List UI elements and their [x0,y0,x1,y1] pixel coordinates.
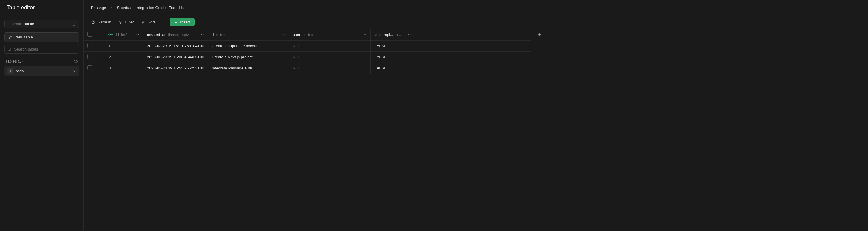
cell-id[interactable]: 1 [105,40,143,52]
column-type: text [308,32,314,37]
column-type: b... [396,32,401,37]
svg-point-1 [109,34,110,35]
refresh-button[interactable]: Refresh [91,20,112,24]
chevron-down-icon[interactable] [136,33,140,36]
insert-button[interactable]: Insert [169,18,194,26]
chevron-updown-icon [72,22,76,26]
column-name: created_at [147,32,165,37]
schema-selector[interactable]: schema public [4,20,79,28]
checkbox-icon[interactable] [87,65,92,70]
refresh-icon [91,20,95,24]
search-input[interactable] [14,47,76,52]
breadcrumb: Passage / Supabase Integration Guide - T… [84,0,868,15]
cell-empty [447,52,531,63]
refresh-tables-icon[interactable] [74,59,78,63]
cell-is-complete[interactable]: FALSE [371,52,415,63]
new-table-button[interactable]: New table [4,32,79,42]
schema-label: schema [7,22,21,26]
select-all-header[interactable] [84,29,105,40]
column-header-is-complete[interactable]: is_compl... b... [371,29,415,40]
column-name: id [116,32,119,37]
svg-point-0 [8,47,11,50]
column-header-empty [447,29,531,40]
breadcrumb-item[interactable]: Passage [91,5,106,10]
column-header-created-at[interactable]: created_at timestamptz [143,29,208,40]
column-header-empty [415,29,447,40]
checkbox-icon[interactable] [87,54,92,59]
column-header-user-id[interactable]: user_id text [289,29,371,40]
cell-created-at[interactable]: 2023-03-23 19:16:55.965253+00 [143,63,208,74]
sort-label: Sort [148,20,155,24]
search-tables-wrap[interactable] [4,45,79,54]
breadcrumb-separator: / [111,5,112,10]
table-name: todo [16,69,69,73]
table-row[interactable]: 2 2023-03-23 19:16:38.464435+00 Create a… [84,52,531,63]
checkbox-icon[interactable] [87,43,92,48]
column-header-title[interactable]: title text [208,29,289,40]
cell-empty [447,63,531,74]
cell-empty [415,63,447,74]
cell-created-at[interactable]: 2023-03-23 19:16:11.758184+00 [143,40,208,52]
sort-icon [141,20,145,24]
sidebar-table-item[interactable]: T todo [4,66,79,76]
column-header-id[interactable]: id int8 [105,29,143,40]
primary-key-icon [108,33,113,36]
sidebar: Table editor schema public New table [0,0,84,231]
chevron-down-icon[interactable] [72,69,76,73]
table-row[interactable]: 3 2023-03-23 19:16:55.965253+00 Integrat… [84,63,531,74]
tables-heading: Tables (1) [5,59,23,63]
table-row[interactable]: 1 2023-03-23 19:16:11.758184+00 Create a… [84,40,531,52]
filter-icon [119,20,123,24]
chevron-down-icon[interactable] [200,33,204,36]
cell-user-id[interactable]: NULL [289,63,371,74]
sort-button[interactable]: Sort [141,20,155,24]
sidebar-title: Table editor [0,0,84,15]
cell-is-complete[interactable]: FALSE [371,40,415,52]
toolbar-divider [162,20,162,25]
breadcrumb-item[interactable]: Supabase Integration Guide - Todo List [117,5,185,10]
insert-label: Insert [180,20,190,24]
filter-button[interactable]: Filter [119,20,134,24]
toolbar: Refresh Filter Sort Insert [84,15,868,29]
edit-icon [8,35,12,39]
cell-empty [415,40,447,52]
cell-id[interactable]: 2 [105,52,143,63]
column-name: title [212,32,218,37]
filter-label: Filter [125,20,134,24]
cell-user-id[interactable]: NULL [289,40,371,52]
search-icon [7,47,12,52]
cell-title[interactable]: Create a supabase account [208,40,289,52]
add-column-button[interactable] [531,29,548,40]
schema-value: public [24,22,70,26]
checkbox-icon[interactable] [87,32,92,37]
chevron-down-icon[interactable] [282,33,285,36]
column-type: int8 [121,32,127,37]
cell-title[interactable]: Integrate Passage auth [208,63,289,74]
plus-icon [537,32,541,37]
data-table: id int8 created_at timestamptz [84,29,531,74]
cell-is-complete[interactable]: FALSE [371,63,415,74]
chevron-down-icon[interactable] [363,33,367,36]
cell-empty [415,52,447,63]
column-type: timestamptz [168,32,189,37]
cell-id[interactable]: 3 [105,63,143,74]
table-avatar: T [7,68,13,74]
column-type: text [220,32,226,37]
cell-created-at[interactable]: 2023-03-23 19:16:38.464435+00 [143,52,208,63]
cell-title[interactable]: Create a Next.js project [208,52,289,63]
refresh-label: Refresh [98,20,112,24]
column-name: is_compl... [374,32,393,37]
cell-user-id[interactable]: NULL [289,52,371,63]
new-table-label: New table [16,35,33,39]
chevron-down-icon[interactable] [407,33,411,36]
chevron-down-icon [174,21,178,24]
cell-empty [447,40,531,52]
column-name: user_id [293,32,306,37]
